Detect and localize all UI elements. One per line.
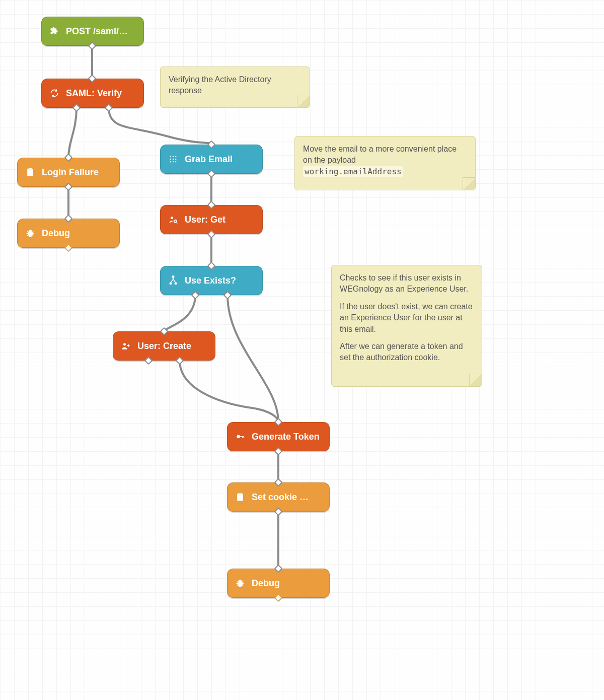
svg-point-5: [175, 159, 176, 160]
svg-point-3: [170, 159, 171, 160]
note-fold-icon: [463, 177, 475, 190]
note[interactable]: Move the email to a more convenient plac…: [294, 136, 476, 190]
note-text: After we can generate a token and set th…: [340, 341, 474, 364]
note-fold-icon: [469, 374, 482, 386]
node-saml-verify[interactable]: SAML: Verify: [41, 79, 144, 108]
node-post-saml[interactable]: POST /saml/…: [41, 17, 144, 46]
svg-point-14: [123, 343, 126, 345]
clipboard-icon: [235, 492, 246, 503]
svg-point-7: [173, 161, 174, 162]
key-icon: [235, 431, 246, 442]
node-use-exists[interactable]: Use Exists?: [160, 266, 263, 295]
node-label: Debug: [42, 228, 70, 239]
puzzle-icon: [49, 26, 60, 37]
svg-point-4: [173, 159, 174, 160]
svg-point-6: [170, 161, 171, 162]
node-label: Grab Email: [185, 154, 233, 165]
user-search-icon: [168, 214, 179, 225]
svg-point-12: [175, 283, 176, 284]
svg-point-9: [171, 217, 173, 219]
svg-point-10: [174, 220, 177, 223]
svg-point-2: [175, 156, 176, 157]
svg-point-8: [175, 161, 176, 162]
grid-icon: [168, 154, 179, 165]
branch-icon: [168, 275, 179, 286]
clipboard-icon: [25, 167, 36, 178]
note-text: Verifying the Active Directory response: [169, 75, 271, 95]
note-text: Move the email to a more convenient plac…: [303, 145, 457, 164]
node-label: Debug: [252, 578, 280, 589]
bug-icon: [25, 228, 36, 239]
svg-point-0: [170, 156, 171, 157]
node-label: POST /saml/…: [66, 26, 128, 37]
svg-point-15: [237, 435, 240, 439]
svg-point-13: [172, 276, 174, 277]
user-add-icon: [120, 340, 131, 352]
cycle-icon: [49, 88, 60, 99]
node-label: Use Exists?: [185, 275, 236, 286]
note[interactable]: Verifying the Active Directory response: [160, 66, 310, 108]
node-label: User: Create: [137, 341, 191, 352]
node-label: SAML: Verify: [66, 88, 122, 99]
node-label: User: Get: [185, 215, 225, 225]
note[interactable]: Checks to see if this user exists in WEG…: [331, 265, 482, 387]
note-text: If the user does't exist, we can create …: [340, 301, 474, 335]
svg-point-11: [170, 283, 171, 284]
node-label: Generate Token: [252, 432, 320, 442]
workflow-canvas[interactable]: POST /saml/… SAML: Verify Login Failure …: [0, 0, 604, 700]
node-label: Login Failure: [42, 167, 99, 178]
bug-icon: [235, 578, 246, 589]
node-label: Set cookie …: [252, 492, 309, 503]
note-text: Checks to see if this user exists in WEG…: [340, 272, 474, 295]
note-fold-icon: [297, 95, 310, 107]
note-code: working.emailAddress: [303, 166, 403, 177]
svg-point-1: [173, 156, 174, 157]
node-user-create[interactable]: User: Create: [113, 331, 215, 361]
